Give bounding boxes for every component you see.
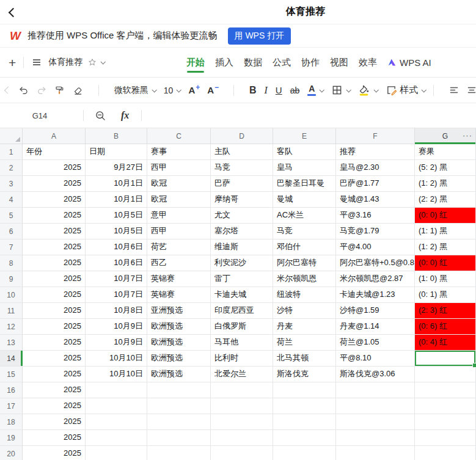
cell-A5[interactable]: 2025: [23, 208, 86, 224]
tab-collaborate[interactable]: 协作: [301, 48, 320, 77]
cell-C13[interactable]: 欧洲预选: [147, 335, 211, 351]
cell-D13[interactable]: 马耳他: [211, 335, 273, 351]
cell-A9[interactable]: 2025: [23, 271, 86, 287]
cell-A13[interactable]: 2025: [23, 335, 86, 351]
cell-G14[interactable]: [415, 351, 476, 367]
cell-B13[interactable]: 10月9日: [86, 335, 147, 351]
cell-D20[interactable]: [211, 446, 273, 460]
more-columns-button[interactable]: ···: [463, 131, 472, 140]
cell-B7[interactable]: 10月6日: [86, 239, 147, 255]
chevron-down-icon[interactable]: [101, 59, 106, 64]
cell-C15[interactable]: 欧洲预选: [147, 367, 211, 382]
cell-B19[interactable]: [86, 430, 147, 446]
cell-G12[interactable]: (0: 6) 红: [415, 319, 476, 335]
cell-E2[interactable]: 皇马: [273, 160, 336, 176]
cell-A18[interactable]: 2025: [23, 414, 86, 430]
cell-E20[interactable]: [273, 446, 336, 460]
cell-G10[interactable]: (0: 1) 黑: [415, 287, 476, 303]
cell-F13[interactable]: 荷兰@1.05: [336, 335, 415, 351]
formula-input[interactable]: [145, 103, 476, 128]
row-header-13[interactable]: 13: [0, 335, 23, 351]
cell-C7[interactable]: 荷艺: [147, 239, 211, 255]
cell-G18[interactable]: [415, 414, 476, 430]
cell-D7[interactable]: 维迪斯: [211, 239, 273, 255]
cell-B3[interactable]: 10月1日: [86, 176, 147, 192]
cell-F4[interactable]: 曼城@1.43: [336, 192, 415, 208]
cell-B8[interactable]: 10月6日: [86, 255, 147, 271]
col-header-C[interactable]: C: [147, 128, 211, 144]
cell-E1[interactable]: 客队: [273, 144, 336, 160]
cell-D15[interactable]: 北爱尔兰: [211, 367, 273, 382]
cell-B11[interactable]: 10月8日: [86, 303, 147, 319]
cell-C16[interactable]: [147, 382, 211, 398]
increase-font-button[interactable]: A+: [188, 85, 199, 95]
cell-A20[interactable]: 2025: [23, 446, 86, 460]
cell-D18[interactable]: [211, 414, 273, 430]
cell-E4[interactable]: 曼城: [273, 192, 336, 208]
cell-G6[interactable]: (1: 1) 黑: [415, 224, 476, 239]
row-header-9[interactable]: 9: [0, 271, 23, 287]
cell-reference-box[interactable]: G14: [0, 111, 79, 120]
row-header-4[interactable]: 4: [0, 192, 23, 208]
cell-D2[interactable]: 马竞: [211, 160, 273, 176]
cell-B2[interactable]: 9月27日: [86, 160, 147, 176]
row-header-3[interactable]: 3: [0, 176, 23, 192]
cell-F18[interactable]: [336, 414, 415, 430]
cell-D6[interactable]: 塞尔塔: [211, 224, 273, 239]
hamburger-icon[interactable]: [31, 57, 42, 68]
cell-F3[interactable]: 巴萨@1.77: [336, 176, 415, 192]
cell-F20[interactable]: [336, 446, 415, 460]
tab-wps-ai[interactable]: WPS AI: [387, 48, 431, 77]
cell-F2[interactable]: 皇马@2.30: [336, 160, 415, 176]
row-header-6[interactable]: 6: [0, 224, 23, 239]
cell-F12[interactable]: 丹麦@1.14: [336, 319, 415, 335]
cell-D11[interactable]: 印度尼西亚: [211, 303, 273, 319]
cell-B9[interactable]: 10月7日: [86, 271, 147, 287]
cell-G15[interactable]: [415, 367, 476, 382]
cell-B6[interactable]: 10月5日: [86, 224, 147, 239]
cell-C20[interactable]: [147, 446, 211, 460]
row-header-20[interactable]: 20: [0, 446, 23, 460]
strikethrough-button[interactable]: ab: [290, 86, 300, 95]
cell-E16[interactable]: [273, 382, 336, 398]
cell-B20[interactable]: [86, 446, 147, 460]
tab-data[interactable]: 数据: [244, 48, 262, 77]
star-icon[interactable]: [87, 57, 97, 67]
tab-home[interactable]: 开始: [186, 48, 205, 77]
cell-F15[interactable]: 斯洛伐克@3.06: [336, 367, 415, 382]
cell-F6[interactable]: 马竞@1.79: [336, 224, 415, 239]
font-size-select[interactable]: 10: [164, 86, 181, 95]
cell-C4[interactable]: 欧冠: [147, 192, 211, 208]
cell-G4[interactable]: (2: 2) 黑: [415, 192, 476, 208]
row-header-1[interactable]: 1: [0, 144, 23, 160]
cell-E9[interactable]: 米尔顿凯恩: [273, 271, 336, 287]
cell-D14[interactable]: 比利时: [211, 351, 273, 367]
fx-icon[interactable]: fx: [121, 110, 129, 121]
tab-formula[interactable]: 公式: [273, 48, 291, 77]
cell-G17[interactable]: [415, 398, 476, 414]
cell-D19[interactable]: [211, 430, 273, 446]
cell-C3[interactable]: 欧冠: [147, 176, 211, 192]
font-color-button[interactable]: A: [307, 84, 323, 96]
cell-B10[interactable]: 10月7日: [86, 287, 147, 303]
cell-F10[interactable]: 卡迪夫城@1.23: [336, 287, 415, 303]
cell-A15[interactable]: 2025: [23, 367, 86, 382]
cell-C8[interactable]: 西乙: [147, 255, 211, 271]
cell-C1[interactable]: 赛事: [147, 144, 211, 160]
cell-B5[interactable]: 10月5日: [86, 208, 147, 224]
cell-E8[interactable]: 阿尔巴塞特: [273, 255, 336, 271]
cell-E19[interactable]: [273, 430, 336, 446]
col-header-B[interactable]: B: [86, 128, 147, 144]
cell-A12[interactable]: 2025: [23, 319, 86, 335]
cell-D5[interactable]: 尤文: [211, 208, 273, 224]
tab-insert[interactable]: 插入: [215, 48, 233, 77]
row-header-2[interactable]: 2: [0, 160, 23, 176]
cell-G19[interactable]: [415, 430, 476, 446]
open-in-wps-button[interactable]: 用 WPS 打开: [228, 27, 291, 45]
cell-A8[interactable]: 2025: [23, 255, 86, 271]
cell-F14[interactable]: 平@8.10: [336, 351, 415, 367]
cell-G1[interactable]: 赛果: [415, 144, 476, 160]
cell-D16[interactable]: [211, 382, 273, 398]
cell-C10[interactable]: 英锦赛: [147, 287, 211, 303]
decrease-font-button[interactable]: A−: [207, 85, 218, 95]
